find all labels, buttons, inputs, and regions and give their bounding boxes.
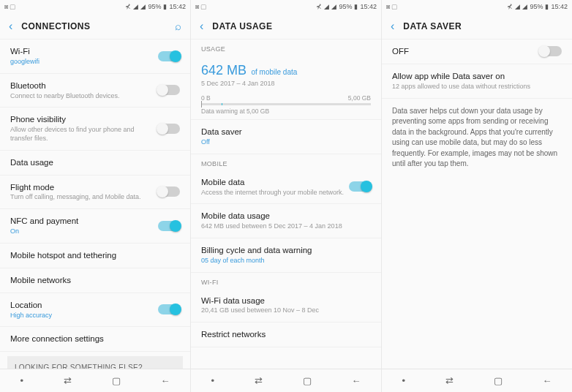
page-title: DATA SAVER (403, 21, 563, 31)
more-settings-row[interactable]: More connection settings (0, 327, 190, 352)
allow-app-row[interactable]: Allow app while Data saver on12 apps all… (382, 64, 572, 99)
nav-home-icon[interactable]: ▢ (494, 375, 503, 386)
bluetooth-label: Bluetooth (10, 80, 158, 91)
battery-percent: 95% (530, 3, 543, 10)
allow-app-sub: 12 apps allowed to use data without rest… (392, 83, 562, 91)
nav-expand-icon[interactable]: • (20, 375, 23, 386)
flight-mode-row[interactable]: Flight modeTurn off calling, messaging, … (0, 176, 190, 210)
notification-icon: ▢ (391, 3, 398, 10)
status-bar: ◙▢ ⊀ ◢ ◢ 95% ▮ 15:42 (382, 0, 572, 13)
status-bar: ◙▢ ⊀ ◢ ◢ 95% ▮ 15:42 (0, 0, 190, 13)
wifi-row[interactable]: Wi-Figooglewifi (0, 39, 190, 74)
location-toggle[interactable] (158, 304, 180, 314)
app-bar: ‹ CONNECTIONS ⌕ (0, 13, 190, 39)
phone-visibility-sub: Allow other devices to find your phone a… (10, 126, 158, 143)
wifi-toggle[interactable] (158, 51, 180, 61)
location-row[interactable]: LocationHigh accuracy (0, 293, 190, 328)
mobile-data-toggle[interactable] (349, 181, 371, 192)
wifi-header: WI-FI (191, 273, 381, 289)
billing-cycle-sub: 05 day of each month (201, 257, 371, 265)
mobile-data-sub: Access the internet through your mobile … (201, 189, 349, 197)
nav-recents-icon[interactable]: ⇄ (445, 375, 454, 386)
wifi-icon: ◢ (133, 3, 138, 10)
usage-bar-end: 5,00 GB (348, 94, 371, 102)
nfc-row[interactable]: NFC and paymentOn (0, 209, 190, 244)
wifi-data-usage-label: Wi-Fi data usage (201, 295, 371, 306)
usage-block[interactable]: 642 MB of mobile data 5 Dec 2017 – 4 Jan… (191, 56, 381, 120)
wifi-sub: googlewifi (10, 58, 158, 67)
bluetooth-row[interactable]: BluetoothConnect to nearby Bluetooth dev… (0, 74, 190, 108)
nav-bar: • ⇄ ▢ ← (191, 369, 381, 392)
nfc-toggle[interactable] (158, 221, 180, 231)
nav-back-icon[interactable]: ← (161, 375, 170, 386)
notification-icon: ▢ (200, 3, 207, 10)
data-saver-sub: Off (201, 138, 371, 147)
flight-mode-toggle[interactable] (158, 186, 180, 197)
phone-visibility-row[interactable]: Phone visibilityAllow other devices to f… (0, 108, 190, 150)
clock: 15:42 (551, 3, 568, 10)
restrict-networks-label: Restrict networks (201, 329, 371, 340)
billing-cycle-label: Billing cycle and data warning (201, 245, 371, 256)
mobile-networks-label: Mobile networks (10, 275, 180, 286)
mobile-header: MOBILE (191, 154, 381, 170)
notification-icon: ▢ (10, 3, 16, 10)
mobile-data-label: Mobile data (201, 177, 349, 188)
mobile-data-usage-row[interactable]: Mobile data usage642 MB used between 5 D… (191, 204, 381, 238)
allow-app-label: Allow app while Data saver on (392, 71, 562, 82)
nav-bar: • ⇄ ▢ ← (382, 369, 572, 392)
nav-back-icon[interactable]: ← (352, 375, 361, 386)
hotspot-label: Mobile hotspot and tethering (10, 250, 180, 261)
page-title: DATA USAGE (212, 21, 372, 31)
usage-bar (201, 103, 371, 105)
usage-header: USAGE (191, 39, 381, 56)
battery-icon: ▮ (354, 3, 358, 10)
usage-value: 642 MB (201, 63, 247, 78)
back-icon[interactable]: ‹ (9, 20, 12, 33)
data-saver-row[interactable]: Data saverOff (191, 120, 381, 154)
vibrate-icon: ⊀ (507, 3, 513, 10)
mobile-data-row[interactable]: Mobile dataAccess the internet through y… (191, 170, 381, 205)
nav-home-icon[interactable]: ▢ (303, 375, 312, 386)
signal-icon: ◢ (331, 3, 336, 10)
data-usage-label: Data usage (10, 157, 180, 168)
mobile-data-usage-label: Mobile data usage (201, 211, 371, 222)
footer-card: LOOKING FOR SOMETHING ELSE? SAMSUNG CLOU… (7, 356, 183, 369)
billing-cycle-row[interactable]: Billing cycle and data warning05 day of … (191, 238, 381, 273)
back-icon[interactable]: ‹ (200, 20, 203, 33)
vibrate-icon: ⊀ (125, 3, 131, 10)
vibrate-icon: ⊀ (316, 3, 322, 10)
search-icon[interactable]: ⌕ (175, 20, 181, 32)
restrict-networks-row[interactable]: Restrict networks (191, 323, 381, 347)
wifi-data-usage-sub: 20,41 GB used between 10 Nov – 8 Dec (201, 306, 371, 315)
nav-expand-icon[interactable]: • (402, 375, 405, 386)
nav-recents-icon[interactable]: ⇄ (255, 375, 263, 386)
usage-dates: 5 Dec 2017 – 4 Jan 2018 (201, 80, 371, 87)
data-usage-row[interactable]: Data usage (0, 151, 190, 176)
nfc-label: NFC and payment (10, 216, 158, 227)
data-saver-description: Data saver helps cut down your data usag… (382, 99, 572, 177)
status-bar: ◙▢ ⊀ ◢ ◢ 95% ▮ 15:42 (191, 0, 381, 13)
notification-icon: ◙ (195, 3, 199, 10)
footer-title: LOOKING FOR SOMETHING ELSE? (15, 363, 176, 369)
mobile-networks-row[interactable]: Mobile networks (0, 268, 190, 293)
back-icon[interactable]: ‹ (391, 20, 394, 33)
nav-back-icon[interactable]: ← (543, 375, 552, 386)
usage-warning: Data warning at 5,00 GB (201, 108, 371, 115)
location-label: Location (10, 300, 158, 311)
nav-home-icon[interactable]: ▢ (112, 375, 121, 386)
flight-mode-label: Flight mode (10, 182, 158, 193)
nfc-sub: On (10, 227, 158, 236)
mobile-data-usage-sub: 642 MB used between 5 Dec 2017 – 4 Jan 2… (201, 222, 371, 231)
nav-expand-icon[interactable]: • (211, 375, 214, 386)
data-saver-off-row[interactable]: OFF (382, 39, 572, 64)
battery-percent: 95% (148, 3, 161, 10)
bluetooth-toggle[interactable] (158, 85, 180, 95)
nav-recents-icon[interactable]: ⇄ (64, 375, 72, 386)
data-saver-toggle[interactable] (540, 46, 562, 56)
phone-visibility-toggle[interactable] (158, 124, 180, 134)
usage-bar-start: 0 B (201, 94, 211, 102)
usage-unit: of mobile data (252, 68, 298, 76)
hotspot-row[interactable]: Mobile hotspot and tethering (0, 244, 190, 268)
wifi-data-usage-row[interactable]: Wi-Fi data usage20,41 GB used between 10… (191, 289, 381, 323)
battery-icon: ▮ (545, 3, 549, 10)
